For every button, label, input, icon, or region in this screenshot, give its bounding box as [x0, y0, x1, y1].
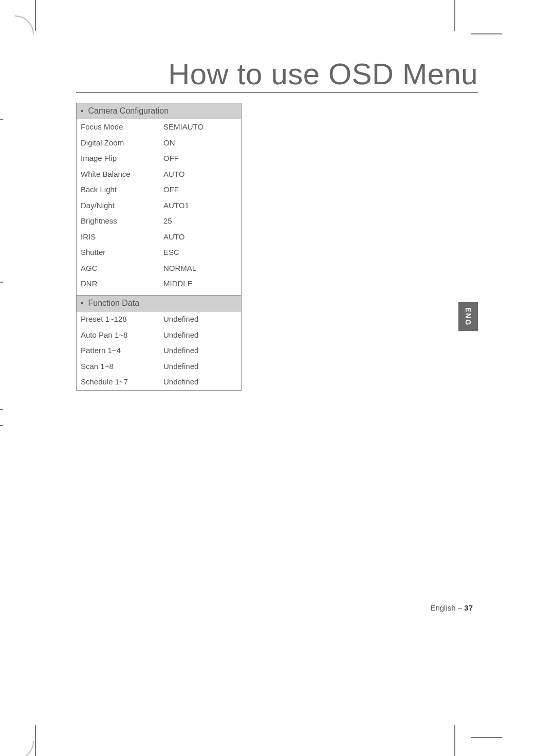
row-key: Scan 1~8 [77, 359, 159, 375]
row-key: Auto Pan 1~8 [77, 327, 159, 343]
row-value: Undefined [159, 343, 241, 359]
crop-mark [471, 33, 502, 34]
row-key: Brightness [77, 213, 159, 229]
table-header-text: Function Data [88, 299, 140, 307]
table-row: DNRMIDDLE [77, 276, 241, 292]
table-row: IRISAUTO [77, 229, 241, 245]
table-header: • Function Data [77, 296, 241, 311]
camera-config-table: • Camera Configuration Focus ModeSEMIAUT… [76, 103, 242, 308]
row-key: Focus Mode [77, 119, 159, 135]
table-row: Scan 1~8Undefined [77, 359, 241, 375]
crop-mark [454, 0, 455, 31]
bullet-icon: • [81, 299, 88, 307]
table-header: • Camera Configuration [77, 103, 241, 119]
row-value: Undefined [159, 359, 241, 375]
row-value: NORMAL [159, 261, 241, 276]
table-row: Focus ModeSEMIAUTO [77, 119, 241, 135]
table-header-text: Camera Configuration [88, 106, 169, 115]
crop-mark [471, 737, 502, 738]
function-data-table: • Function Data Preset 1~128UndefinedAut… [76, 295, 242, 391]
table-row: Back LightOFF [77, 182, 241, 198]
row-key: DNR [77, 276, 159, 292]
crop-mark [454, 725, 455, 756]
row-value: AUTO [159, 229, 241, 245]
row-key: Image Flip [77, 151, 159, 167]
table-row: Day/NightAUTO1 [77, 198, 241, 214]
bullet-icon: • [81, 106, 88, 115]
row-value: OFF [159, 182, 241, 198]
footer-language: English [430, 603, 455, 612]
crop-mark [0, 282, 3, 283]
page: How to use OSD Menu • Camera Configurati… [0, 0, 555, 756]
table-row: AGCNORMAL [77, 261, 241, 276]
row-value: AUTO1 [159, 198, 241, 214]
row-key: Day/Night [77, 198, 159, 214]
page-footer: English – 37 [430, 603, 473, 612]
crop-arc [0, 15, 34, 53]
table-row: Preset 1~128Undefined [77, 311, 241, 327]
row-key: AGC [77, 261, 159, 276]
row-key: IRIS [77, 229, 159, 245]
table-row: Brightness25 [77, 213, 241, 229]
row-value: ESC [159, 245, 241, 261]
table-row: White BalanceAUTO [77, 167, 241, 182]
language-tab: ENG [458, 302, 478, 331]
crop-mark [35, 725, 36, 756]
row-key: Digital Zoom [77, 135, 159, 151]
row-value: SEMIAUTO [159, 119, 241, 135]
page-title: How to use OSD Menu [168, 57, 478, 90]
row-key: Back Light [77, 182, 159, 198]
row-value: 25 [159, 213, 241, 229]
row-value: ON [159, 135, 241, 151]
crop-arc [0, 722, 34, 756]
page-title-rule: How to use OSD Menu [76, 57, 478, 93]
table-row: Schedule 1~7Undefined [77, 374, 241, 390]
crop-mark [0, 119, 3, 120]
crop-mark [0, 425, 3, 426]
footer-page-number: 37 [464, 603, 473, 612]
crop-mark [0, 409, 3, 410]
footer-sep: – [456, 603, 465, 612]
row-key: Pattern 1~4 [77, 343, 159, 359]
language-tab-text: ENG [464, 307, 472, 326]
table-row: ShutterESC [77, 245, 241, 261]
table-row: Auto Pan 1~8Undefined [77, 327, 241, 343]
row-value: Undefined [159, 327, 241, 343]
row-value: AUTO [159, 167, 241, 182]
row-value: Undefined [159, 374, 241, 390]
row-value: Undefined [159, 311, 241, 327]
row-key: Shutter [77, 245, 159, 261]
row-value: OFF [159, 151, 241, 167]
row-key: Schedule 1~7 [77, 374, 159, 390]
table-row: Image FlipOFF [77, 151, 241, 167]
crop-mark [35, 0, 36, 31]
row-key: Preset 1~128 [77, 311, 159, 327]
row-key: White Balance [77, 167, 159, 182]
table-row: Pattern 1~4Undefined [77, 343, 241, 359]
row-value: MIDDLE [159, 276, 241, 292]
table-row: Digital ZoomON [77, 135, 241, 151]
